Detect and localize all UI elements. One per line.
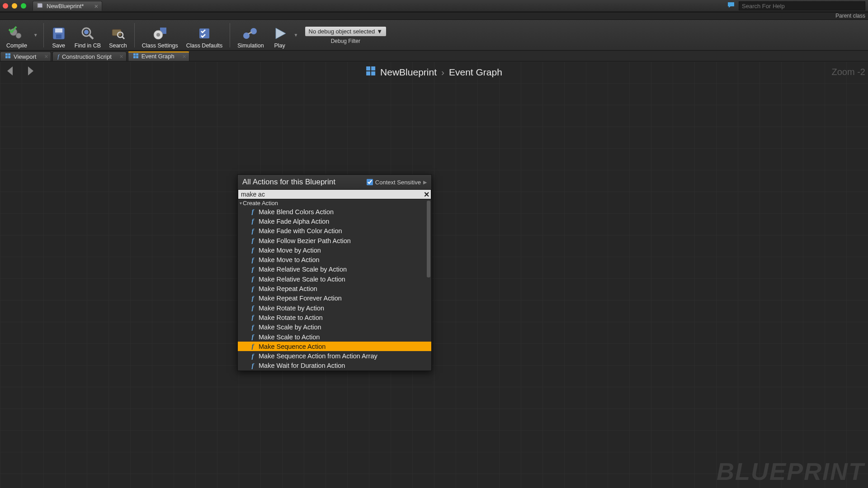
action-item[interactable]: fMake Scale to Action [238,332,431,342]
tab-viewport[interactable]: Viewport × [0,52,51,61]
action-item[interactable]: fMake Relative Scale by Action [238,265,431,274]
svg-rect-20 [136,53,138,56]
editor-tabs: Viewport × f Construction Script × Event… [0,51,868,61]
action-context-menu: All Actions for this Blueprint Context S… [237,174,432,371]
svg-point-1 [16,33,21,38]
class-defaults-label: Class Defaults [186,42,223,49]
context-search-input[interactable] [238,189,431,199]
action-item[interactable]: fMake Follow Bezier Path Action [238,236,431,245]
action-item[interactable]: fMake Sequence Action from Action Array [238,351,431,361]
search-button[interactable]: Search [105,22,131,49]
play-dropdown[interactable]: ▼ [292,33,300,38]
close-window-button[interactable] [3,3,8,9]
function-icon: f [250,266,256,273]
clear-search-icon[interactable]: ✕ [424,190,429,199]
context-sensitive-toggle[interactable]: Context Sensitive ▶ [367,179,427,186]
compile-dropdown[interactable]: ▼ [32,33,40,38]
context-sensitive-checkbox[interactable] [367,179,373,185]
graph-icon [133,53,139,60]
close-tab-icon[interactable]: × [44,53,48,60]
action-category[interactable]: Create Action [238,199,431,207]
graph-icon [366,66,376,78]
function-icon: f [250,362,256,370]
maximize-window-button[interactable] [21,3,26,9]
svg-rect-24 [371,66,375,70]
action-item[interactable]: fMake Relative Scale to Action [238,274,431,284]
title-bar: NewBlueprint* × [0,0,868,12]
svg-rect-3 [55,28,62,33]
action-item-label: Make Sequence Action [259,343,326,350]
category-label: Create Action [243,200,278,206]
action-item[interactable]: fMake Wait for Duration Action [238,361,431,371]
context-menu-title: All Actions for this Blueprint [242,178,335,187]
svg-rect-23 [366,66,370,70]
action-item-label: Make Scale to Action [259,333,320,341]
function-icon: f [57,53,59,60]
svg-point-6 [84,30,89,34]
class-defaults-button[interactable]: Class Defaults [183,22,226,49]
action-item[interactable]: fMake Rotate by Action [238,303,431,313]
breadcrumb-leaf[interactable]: Event Graph [449,67,502,78]
function-icon: f [250,314,256,321]
save-button[interactable]: Save [47,22,70,49]
function-icon: f [250,352,256,360]
tab-construction-script[interactable]: f Construction Script × [52,52,126,61]
action-item-label: Make Move to Action [259,256,320,263]
chevron-down-icon: ▼ [377,28,382,35]
function-icon: f [250,246,256,254]
action-item[interactable]: fMake Blend Colors Action [238,207,431,216]
action-item[interactable]: fMake Rotate to Action [238,313,431,322]
play-button[interactable]: Play [269,22,291,49]
action-item-label: Make Relative Scale by Action [259,266,347,273]
debug-selected-label: No debug object selected [309,28,375,35]
document-tab[interactable]: NewBlueprint* × [33,1,102,11]
action-item[interactable]: fMake Move by Action [238,245,431,255]
save-icon [51,25,66,42]
function-icon: f [250,237,256,244]
scrollbar[interactable] [427,201,430,277]
debug-filter-label: Debug Filter [331,38,360,44]
save-label: Save [52,42,66,49]
simulation-button[interactable]: Simulation [234,22,267,49]
search-help-input[interactable] [739,1,865,10]
function-icon: f [250,227,256,235]
close-tab-icon[interactable]: × [183,53,186,60]
action-item[interactable]: fMake Repeat Action [238,284,431,293]
action-item-label: Make Rotate by Action [259,305,324,312]
nav-back-button[interactable] [5,65,16,79]
compile-button[interactable]: Compile [3,22,31,49]
simulation-label: Simulation [237,42,264,49]
svg-rect-18 [8,56,10,58]
action-item[interactable]: fMake Sequence Action [238,342,431,351]
close-tab-icon[interactable]: × [120,53,123,60]
class-settings-button[interactable]: Class Settings [138,22,182,49]
action-item[interactable]: fMake Repeat Forever Action [238,294,431,303]
event-graph-canvas[interactable]: NewBlueprint › Event Graph Zoom -2 BLUEP… [0,61,868,488]
breadcrumb-root[interactable]: NewBlueprint [380,67,437,78]
action-item[interactable]: fMake Fade Alpha Action [238,216,431,226]
nav-forward-button[interactable] [24,65,36,79]
debug-object-dropdown[interactable]: No debug object selected ▼ [305,26,387,37]
minimize-window-button[interactable] [12,3,17,9]
document-name: NewBlueprint* [47,3,84,9]
viewport-icon [5,53,11,60]
simulation-icon [242,25,259,42]
action-item[interactable]: fMake Move to Action [238,255,431,264]
svg-rect-26 [371,71,375,75]
tab-event-graph[interactable]: Event Graph × [128,52,189,61]
action-item[interactable]: fMake Scale by Action [238,323,431,332]
action-item-label: Make Follow Bezier Path Action [259,237,351,244]
action-list: fMake Blend Colors ActionfMake Fade Alph… [238,207,431,371]
function-icon: f [250,295,256,302]
blueprint-doc-icon [37,2,44,10]
svg-point-14 [250,28,257,34]
svg-rect-17 [5,56,8,58]
search-label: Search [109,42,127,49]
find-in-cb-button[interactable]: Find in CB [71,22,104,49]
play-label: Play [274,42,285,49]
action-item[interactable]: fMake Fade with Color Action [238,226,431,236]
close-tab-icon[interactable]: × [94,2,99,10]
chat-icon[interactable] [727,1,735,11]
action-item-label: Make Sequence Action from Action Array [259,352,377,360]
function-icon: f [250,256,256,264]
